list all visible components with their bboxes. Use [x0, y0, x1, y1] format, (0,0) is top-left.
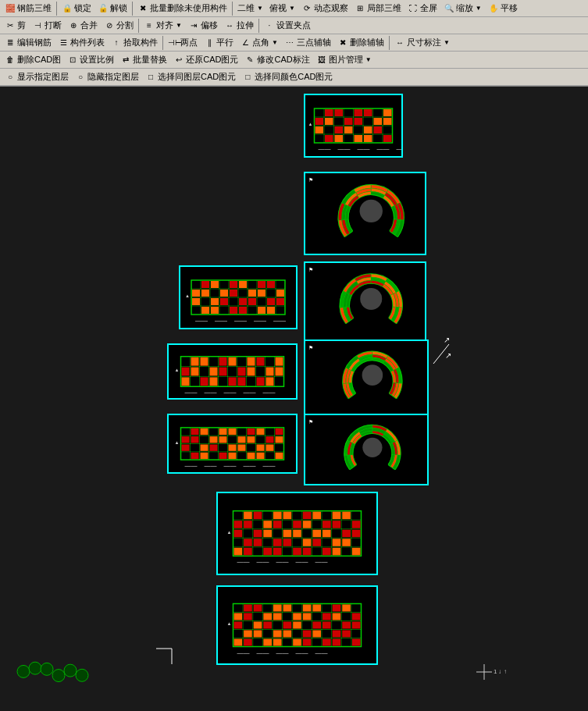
dropdown-arrow-angle: ▼	[272, 39, 278, 46]
btn-set-grip[interactable]: · 设置夹点	[261, 18, 314, 33]
toolbar-row-2: ✂ 剪 ⊣ 打断 ⊕ 合并 ⊘ 分割 ≡ 对齐 ▼ ⇥ 偏移 ↔ 拉伸	[0, 17, 588, 34]
sep2	[132, 2, 133, 16]
sep3	[232, 2, 233, 16]
btn-local3d[interactable]: ⊞ 局部三维	[351, 1, 404, 16]
btn-select-same-layer[interactable]: □ 选择同图层CAD图元	[142, 69, 239, 84]
toolbar-row-3: ≣ 编辑钢筋 ☰ 构件列表 ↑ 拾取构件 ⊣⊢ 两点 ∥ 平行 ∠ 点角 ▼ ⋯…	[0, 34, 588, 52]
btn-edit-rebar[interactable]: ≣ 编辑钢筋	[2, 35, 55, 50]
btn-delete-axis[interactable]: ✖ 删除辅轴	[334, 35, 387, 50]
sep5	[258, 19, 259, 33]
set-grip-icon: ·	[264, 20, 275, 31]
dropdown-arrow-zoom: ▼	[476, 5, 482, 12]
batch-delete-icon: ✖	[137, 3, 148, 14]
btn-point-angle[interactable]: ∠ 点角 ▼	[237, 35, 281, 50]
toolbar-row-4: 🗑 删除CAD图 ⊡ 设置比例 ⇄ 批量替换 ↩ 还原CAD图元 ✎ 修改CAD…	[0, 52, 588, 69]
dropdown-arrow-2d: ▼	[257, 5, 263, 12]
point-angle-icon: ∠	[240, 37, 251, 48]
local3d-icon: ⊞	[355, 3, 365, 14]
image-manage-icon: 🖼	[316, 55, 327, 66]
toolbar-row-1: 🧱 钢筋三维 🔒 锁定 🔓 解锁 ✖ 批量删除未使用构件 二维 ▼ 俯视 ▼ ⟳…	[0, 0, 588, 17]
btn-restore-cad[interactable]: ↩ 还原CAD图元	[170, 52, 241, 67]
sep6	[162, 36, 163, 50]
edit-rebar-icon: ≣	[5, 37, 16, 48]
btn-show-layer[interactable]: ○ 显示指定图层	[2, 69, 72, 84]
rebar3d-icon: 🧱	[5, 3, 16, 14]
split-icon: ⊘	[104, 20, 115, 31]
cad-canvas[interactable]	[0, 87, 588, 692]
btn-unlock[interactable]: 🔓 解锁	[94, 1, 130, 16]
parallel-icon: ∥	[204, 37, 215, 48]
btn-dynamic-observe[interactable]: ⟳ 动态观察	[298, 1, 351, 16]
two-point-icon: ⊣⊢	[168, 37, 179, 48]
btn-rebar3d[interactable]: 🧱 钢筋三维	[2, 1, 55, 16]
pick-component-icon: ↑	[111, 37, 122, 48]
btn-hide-layer[interactable]: ○ 隐藏指定图层	[72, 69, 142, 84]
merge-icon: ⊕	[68, 20, 79, 31]
set-scale-icon: ⊡	[67, 55, 78, 66]
fullscreen-icon: ⛶	[408, 3, 419, 14]
toolbar-row-5: ○ 显示指定图层 ○ 隐藏指定图层 □ 选择同图层CAD图元 □ 选择同颜色CA…	[0, 69, 588, 86]
dropdown-arrow-img: ▼	[365, 56, 372, 63]
btn-2d[interactable]: 二维 ▼	[234, 1, 266, 16]
restore-cad-icon: ↩	[173, 55, 184, 66]
btn-select-same-color[interactable]: □ 选择同颜色CAD图元	[239, 69, 336, 84]
sep7	[389, 36, 390, 50]
btn-image-manage[interactable]: 🖼 图片管理 ▼	[313, 52, 375, 67]
align-icon: ≡	[144, 20, 155, 31]
btn-delete-cad[interactable]: 🗑 删除CAD图	[2, 52, 64, 67]
select-same-color-icon: □	[242, 72, 253, 83]
delete-cad-icon: 🗑	[5, 55, 16, 66]
btn-pick-component[interactable]: ↑ 拾取构件	[108, 35, 161, 50]
dimension-icon: ↔	[394, 37, 405, 48]
btn-modify-cad-dim[interactable]: ✎ 修改CAD标注	[241, 52, 312, 67]
break-icon: ⊣	[32, 20, 43, 31]
zoom-icon: 🔍	[444, 3, 454, 14]
btn-batch-replace[interactable]: ⇄ 批量替换	[117, 52, 170, 67]
component-list-icon: ☰	[58, 37, 69, 48]
sep4	[138, 19, 139, 33]
stretch-icon: ↔	[224, 20, 235, 31]
select-same-layer-icon: □	[145, 72, 156, 83]
btn-offset[interactable]: ⇥ 偏移	[185, 18, 221, 33]
dropdown-arrow-topview: ▼	[289, 5, 295, 12]
btn-break[interactable]: ⊣ 打断	[29, 18, 65, 33]
btn-3point-axis[interactable]: ⋯ 三点辅轴	[281, 35, 334, 50]
dropdown-arrow-dim: ▼	[444, 39, 450, 46]
offset-icon: ⇥	[188, 20, 199, 31]
pan-icon: ✋	[488, 3, 499, 14]
modify-cad-dim-icon: ✎	[244, 55, 255, 66]
btn-stretch[interactable]: ↔ 拉伸	[221, 18, 257, 33]
btn-two-point[interactable]: ⊣⊢ 两点	[165, 35, 201, 50]
dropdown-arrow-align: ▼	[176, 22, 182, 29]
toolbar-container: 🧱 钢筋三维 🔒 锁定 🔓 解锁 ✖ 批量删除未使用构件 二维 ▼ 俯视 ▼ ⟳…	[0, 0, 588, 87]
batch-replace-icon: ⇄	[120, 55, 131, 66]
btn-component-list[interactable]: ☰ 构件列表	[55, 35, 108, 50]
btn-cut[interactable]: ✂ 剪	[2, 18, 29, 33]
delete-axis-icon: ✖	[337, 37, 348, 48]
hide-layer-icon: ○	[75, 72, 86, 83]
btn-split[interactable]: ⊘ 分割	[101, 18, 137, 33]
show-layer-icon: ○	[5, 72, 16, 83]
btn-dimension[interactable]: ↔ 尺寸标注 ▼	[391, 35, 453, 50]
sep	[56, 2, 57, 16]
btn-topview[interactable]: 俯视 ▼	[266, 1, 298, 16]
3point-axis-icon: ⋯	[284, 37, 295, 48]
btn-zoom[interactable]: 🔍 缩放 ▼	[440, 1, 485, 16]
btn-batch-delete[interactable]: ✖ 批量删除未使用构件	[134, 1, 230, 16]
btn-fullscreen[interactable]: ⛶ 全屏	[404, 1, 440, 16]
btn-lock[interactable]: 🔒 锁定	[59, 1, 94, 16]
btn-merge[interactable]: ⊕ 合并	[65, 18, 101, 33]
lock-icon: 🔒	[62, 3, 73, 14]
dynamic-obs-icon: ⟳	[301, 3, 312, 14]
unlock-icon: 🔓	[98, 3, 109, 14]
btn-parallel[interactable]: ∥ 平行	[201, 35, 237, 50]
btn-set-scale[interactable]: ⊡ 设置比例	[64, 52, 117, 67]
btn-pan[interactable]: ✋ 平移	[485, 1, 521, 16]
cut-icon: ✂	[5, 20, 16, 31]
btn-align[interactable]: ≡ 对齐 ▼	[141, 18, 185, 33]
